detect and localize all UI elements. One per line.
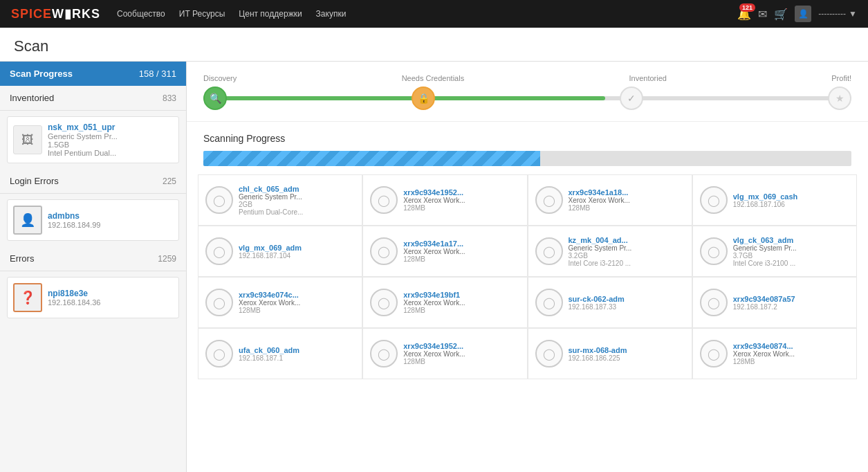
device-card[interactable]: ◯ xrx9c934e1a17... Xerox Xerox Work... 1… <box>362 226 527 277</box>
scan-progress-label: Scan Progress <box>10 69 73 79</box>
error-item-ip: 192.168.184.36 <box>48 298 173 307</box>
notifications-icon[interactable]: 🔔 121 <box>737 8 751 21</box>
login-errors-header: Login Errors 225 <box>0 169 186 194</box>
device-card[interactable]: ◯ xrx9c934e0874... Xerox Xerox Work... 1… <box>692 328 857 379</box>
error-item[interactable]: ❓ npi818e3e 192.168.184.36 <box>7 277 179 318</box>
label-inventoried: Inventoried <box>629 74 666 82</box>
device-type: Xerox Xerox Work... <box>403 197 519 204</box>
page: Scan Scan Progress 158 / 311 Inventoried… <box>0 28 868 472</box>
nav-purchases[interactable]: Закупки <box>316 6 347 21</box>
nav-right: 🔔 121 ✉ 🛒 👤 ---------- ▼ <box>737 6 857 22</box>
inventoried-item[interactable]: 🖼 nsk_mx_051_upr Generic System Pr... 1.… <box>7 116 179 163</box>
logo[interactable]: SPICEW▮RKS <box>11 6 100 21</box>
nav-support[interactable]: Цент поддержки <box>239 6 302 21</box>
nav-community[interactable]: Сообщество <box>117 6 165 21</box>
node-discovery[interactable]: 🔍 <box>203 87 227 110</box>
chevron-down-icon: ▼ <box>849 9 857 19</box>
error-icon: ❓ <box>13 283 42 312</box>
device-name: xrx9c934e0874... <box>733 342 849 350</box>
scan-bar-outer <box>203 151 851 166</box>
device-type: Xerox Xerox Work... <box>239 299 355 307</box>
device-type: Xerox Xerox Work... <box>403 248 519 255</box>
label-needs-credentials: Needs Credentials <box>402 74 465 82</box>
device-avatar: ◯ <box>205 289 233 316</box>
device-card[interactable]: ◯ sur-mx-068-adm 192.168.186.225 <box>528 328 692 379</box>
login-error-item[interactable]: 👤 admbns 192.168.184.99 <box>7 199 179 241</box>
device-avatar: ◯ <box>370 237 398 265</box>
device-name: xrx9c934e1952... <box>403 188 519 197</box>
device-card[interactable]: ◯ xrx9c934e19bf1 Xerox Xerox Work... 128… <box>362 277 527 328</box>
device-detail1: 128MB <box>403 255 519 263</box>
device-detail1: 192.168.187.106 <box>733 201 849 208</box>
inventoried-header: Inventoried 833 <box>0 86 186 111</box>
device-name: kz_mk_004_ad... <box>569 236 685 244</box>
notification-badge: 121 <box>739 3 755 12</box>
device-card[interactable]: ◯ xrx9c934e074c... Xerox Xerox Work... 1… <box>198 277 362 328</box>
node-inventoried[interactable]: ✓ <box>620 87 643 110</box>
main-content: Discovery Needs Credentials Inventoried … <box>187 62 868 472</box>
device-name: ufa_ck_060_adm <box>239 346 355 354</box>
user-icon: 👤 <box>13 206 42 235</box>
inventoried-item-cpu: Intel Pentium Dual... <box>48 149 173 157</box>
device-type: Generic System Pr... <box>733 244 849 252</box>
scanning-progress-section: Scanning Progress <box>187 122 868 174</box>
device-card[interactable]: ◯ xrx9c934e1a18... Xerox Xerox Work... 1… <box>528 174 692 226</box>
device-avatar: ◯ <box>205 186 233 214</box>
top-navigation: SPICEW▮RKS Сообщество ИТ Ресурсы Цент по… <box>0 0 868 28</box>
inventoried-item-type: Generic System Pr... <box>48 132 173 140</box>
login-error-item-ip: 192.168.184.99 <box>48 221 173 229</box>
scanning-progress-title: Scanning Progress <box>203 133 851 144</box>
nav-it-resources[interactable]: ИТ Ресурсы <box>179 6 225 21</box>
inventoried-item-memory: 1.5GB <box>48 140 173 149</box>
device-avatar: ◯ <box>535 289 563 316</box>
device-card[interactable]: ◯ xrx9c934e1952... Xerox Xerox Work... 1… <box>362 174 527 226</box>
device-avatar: ◯ <box>535 186 563 214</box>
device-card[interactable]: ◯ sur-ck-062-adm 192.168.187.33 <box>528 277 692 328</box>
device-type: Generic System Pr... <box>239 193 355 201</box>
email-icon[interactable]: ✉ <box>758 8 767 21</box>
device-detail2: Intel Core i3-2120 ... <box>569 260 685 267</box>
device-detail1: 128MB <box>403 307 519 314</box>
node-profit[interactable]: ★ <box>828 87 851 110</box>
device-card[interactable]: ◯ xrx9c934e1952... Xerox Xerox Work... 1… <box>362 328 527 379</box>
login-errors-label: Login Errors <box>10 176 59 186</box>
device-card[interactable]: ◯ ufa_ck_060_adm 192.168.187.1 <box>198 328 362 379</box>
scan-progress-button[interactable]: Scan Progress 158 / 311 <box>0 62 186 86</box>
progress-nodes: 🔍 🔒 ✓ ★ <box>203 87 851 110</box>
device-type: Xerox Xerox Work... <box>569 197 685 204</box>
device-avatar: ◯ <box>700 289 728 316</box>
device-detail1: 128MB <box>403 204 519 212</box>
errors-header: Errors 1259 <box>0 246 186 271</box>
device-avatar: ◯ <box>700 237 728 265</box>
device-name: xrx9c934e1a18... <box>569 188 685 197</box>
device-name: xrx9c934e1a17... <box>403 239 519 248</box>
device-detail1: 192.168.187.2 <box>733 303 849 311</box>
user-menu[interactable]: ---------- ▼ <box>818 9 857 19</box>
device-avatar: ◯ <box>700 340 728 367</box>
avatar[interactable]: 👤 <box>795 6 811 22</box>
device-card[interactable]: ◯ xrx9c934e087a57 192.168.187.2 <box>692 277 857 328</box>
device-card[interactable]: ◯ vlg_ck_063_adm Generic System Pr... 3.… <box>692 226 857 277</box>
login-errors-count: 225 <box>163 176 176 186</box>
device-name: sur-ck-062-adm <box>569 295 685 303</box>
errors-label: Errors <box>10 253 34 264</box>
device-avatar: ◯ <box>535 340 563 367</box>
cart-icon[interactable]: 🛒 <box>774 8 788 21</box>
device-avatar: ◯ <box>370 289 398 316</box>
device-card[interactable]: ◯ chl_ck_065_adm Generic System Pr... 2G… <box>198 174 362 226</box>
device-card[interactable]: ◯ kz_mk_004_ad... Generic System Pr... 3… <box>528 226 692 277</box>
progress-labels: Discovery Needs Credentials Inventoried … <box>203 74 851 82</box>
device-avatar: ◯ <box>370 340 398 367</box>
device-detail1: 128MB <box>403 358 519 365</box>
device-type: Xerox Xerox Work... <box>403 350 519 358</box>
device-card[interactable]: ◯ vlg_mx_069_adm 192.168.187.104 <box>198 226 362 277</box>
device-card[interactable]: ◯ vlg_mx_069_cash 192.168.187.106 <box>692 174 857 226</box>
device-name: vlg_mx_069_adm <box>239 244 355 252</box>
device-name: chl_ck_065_adm <box>239 185 355 193</box>
device-name: sur-mx-068-adm <box>569 346 685 354</box>
node-needs-credentials[interactable]: 🔒 <box>412 87 435 110</box>
inventoried-label: Inventoried <box>10 93 54 103</box>
device-type: Xerox Xerox Work... <box>733 350 849 358</box>
device-name: xrx9c934e074c... <box>239 291 355 299</box>
label-discovery: Discovery <box>203 74 237 82</box>
